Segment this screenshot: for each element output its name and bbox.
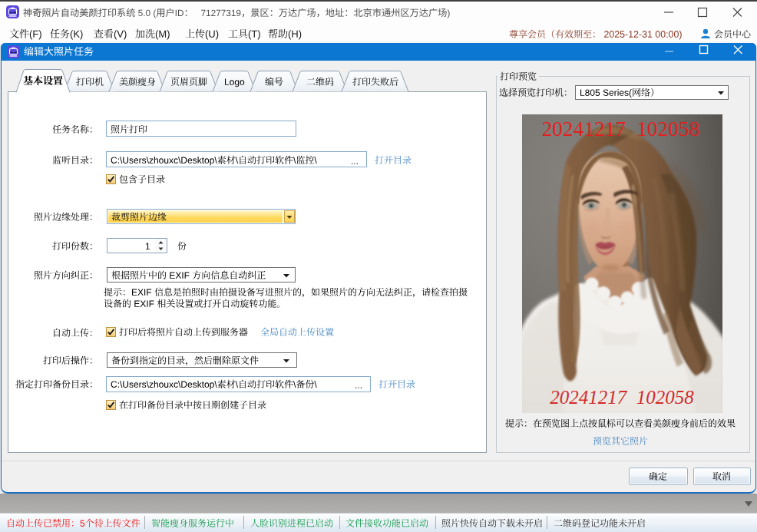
svg-text:20241217 102058: 20241217 102058 — [542, 117, 700, 140]
svg-text:20241217 102058: 20241217 102058 — [550, 387, 694, 408]
